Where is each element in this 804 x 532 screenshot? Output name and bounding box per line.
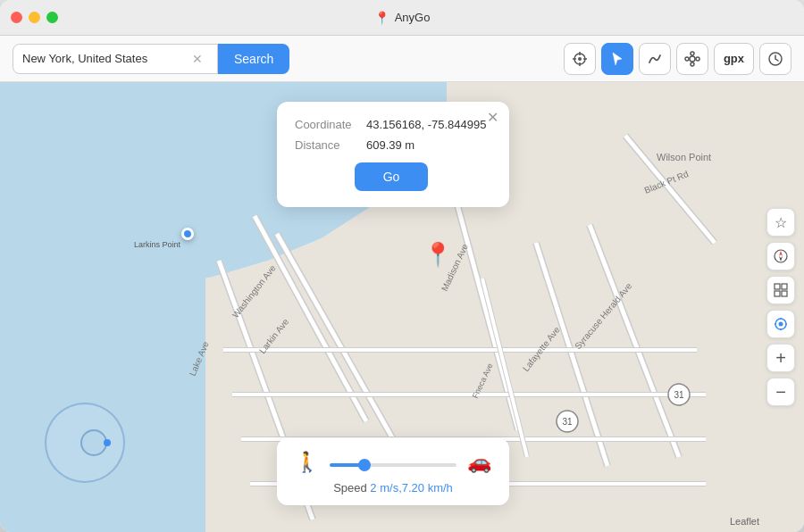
car-icon: 🚗 [467,451,491,474]
svg-point-10 [691,62,694,66]
gpx-tool-btn[interactable]: gpx [714,43,754,75]
titlebar: 📍 AnyGo [0,0,804,36]
svg-point-7 [685,57,689,61]
app-title-area: 📍 AnyGo [374,11,431,25]
popup-close-btn[interactable]: ✕ [487,111,498,125]
close-window-btn[interactable] [11,12,22,23]
speed-panel: 🚶 🚗 Speed 2 m/s,7.20 km/h [277,438,509,505]
leaflet-attribution: Leaflet [730,516,759,527]
traffic-lights [11,12,58,23]
go-button[interactable]: Go [355,162,429,191]
right-toolbar: ☆ [766,208,795,406]
svg-rect-60 [782,291,787,296]
map-type-btn[interactable] [766,276,795,304]
favorites-btn[interactable]: ☆ [766,208,795,237]
app-window: 📍 AnyGo ✕ Search [0,0,804,532]
coordinate-value: 43.156168, -75.844995 [366,118,486,131]
speed-slider[interactable] [330,463,456,467]
toolbar-right: gpx [564,43,791,75]
compass-btn[interactable] [766,242,795,270]
coordinate-label: Coordinate [295,118,366,131]
app-logo-icon: 📍 [374,11,389,25]
main-toolbar: ✕ Search [0,36,804,82]
search-area: ✕ Search [13,44,289,74]
svg-point-9 [691,52,694,55]
search-button[interactable]: Search [218,44,289,74]
coordinate-popup: ✕ Coordinate 43.156168, -75.844995 Dista… [277,102,509,207]
svg-rect-58 [782,284,787,289]
svg-marker-55 [779,251,783,256]
distance-label: Distance [295,138,366,152]
svg-point-5 [578,57,582,61]
clear-search-btn[interactable]: ✕ [192,53,203,65]
svg-point-62 [779,322,783,327]
multi-tool-btn[interactable] [676,43,708,75]
app-title: AnyGo [395,11,431,24]
crosshair-tool-btn[interactable] [564,43,596,75]
svg-point-6 [690,56,695,62]
distance-row: Distance 609.39 m [295,138,488,152]
joystick-dot [104,439,111,446]
speed-label: Speed [333,481,370,495]
svg-text:31: 31 [674,390,684,400]
speed-slider-wrap [330,454,456,470]
maximize-window-btn[interactable] [46,12,58,23]
coordinate-row: Coordinate 43.156168, -75.844995 [295,118,488,131]
svg-marker-56 [779,256,783,262]
svg-rect-59 [775,291,780,296]
distance-value: 609.39 m [366,138,415,152]
route-tool-btn[interactable] [639,43,671,75]
zoom-out-btn[interactable]: − [766,378,795,406]
joystick[interactable] [45,403,125,483]
history-tool-btn[interactable] [759,43,791,75]
svg-text:Wilson Point: Wilson Point [657,152,711,162]
search-input-wrap: ✕ [13,44,218,74]
svg-text:Larkins Point: Larkins Point [134,240,181,249]
svg-text:31: 31 [562,417,573,427]
zoom-in-btn[interactable]: + [766,344,795,372]
walk-icon: 🚶 [295,451,319,474]
my-location-btn[interactable] [766,310,795,338]
speed-icons-row: 🚶 🚗 [295,451,491,474]
speed-text: Speed 2 m/s,7.20 km/h [295,481,491,495]
svg-point-8 [696,57,699,61]
destination-marker: 📍 [423,241,452,269]
svg-rect-57 [775,284,780,289]
joystick-knob [80,429,107,456]
minimize-window-btn[interactable] [29,12,40,23]
map-area[interactable]: 31 31 Washington Ave Larkin Ave Lake Ave… [0,82,804,532]
cursor-tool-btn[interactable] [601,43,633,75]
search-input[interactable] [22,52,192,65]
location-pin [181,228,194,240]
speed-value: 2 m/s,7.20 km/h [370,481,452,495]
